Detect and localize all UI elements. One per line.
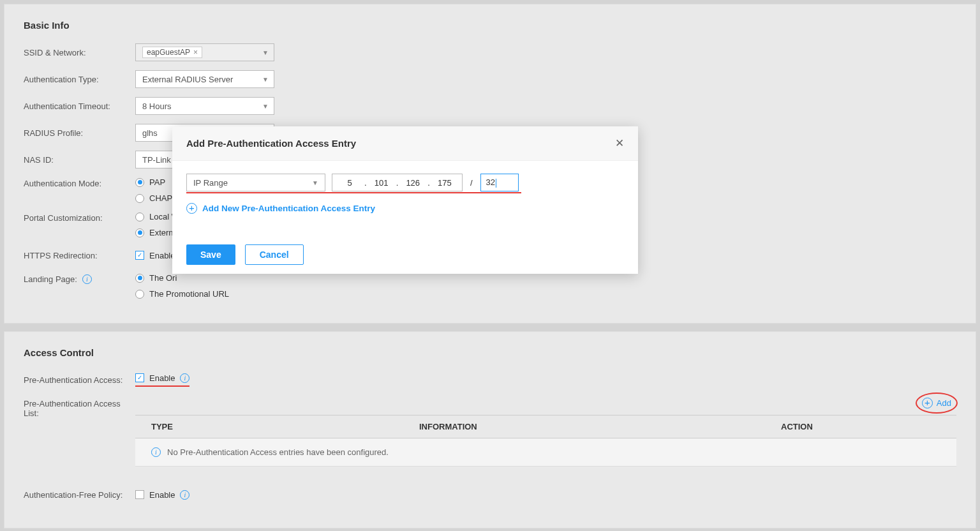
table-header: TYPE INFORMATION ACTION — [135, 415, 956, 438]
radius-label: RADIUS Profile: — [24, 128, 135, 138]
timeout-label: Authentication Timeout: — [24, 101, 135, 111]
radio-icon — [135, 274, 144, 283]
plus-icon: + — [186, 203, 197, 214]
checkbox-icon: ✓ — [135, 373, 144, 382]
add-button[interactable]: + Add — [922, 398, 951, 408]
col-type: TYPE — [151, 422, 419, 431]
authmode-chap-radio[interactable]: CHAP — [135, 193, 172, 203]
preauth-list-label: Pre-Authentication Access List: — [24, 398, 135, 418]
mask-input[interactable]: 32 — [480, 174, 519, 191]
ssid-label: SSID & Network: — [24, 48, 135, 57]
table-empty-row: i No Pre-Authentication Access entries h… — [135, 438, 956, 467]
info-icon[interactable]: i — [82, 274, 92, 284]
authfree-label: Authentication-Free Policy: — [24, 490, 135, 500]
col-action: ACTION — [781, 422, 940, 431]
landing-label: Landing Page: i — [24, 273, 135, 284]
checkbox-icon: ✓ — [135, 490, 144, 499]
timeout-select[interactable]: 8 Hours ▼ — [135, 97, 274, 115]
authfree-enable-checkbox[interactable]: ✓ Enable — [135, 490, 175, 500]
landing-promo-radio[interactable]: The Promotional URL — [135, 289, 229, 299]
radio-icon — [135, 213, 144, 221]
chevron-down-icon: ▼ — [312, 179, 318, 186]
basic-info-title: Basic Info — [24, 20, 956, 31]
entry-type-select[interactable]: IP Range ▼ — [186, 174, 325, 191]
authmode-pap-radio[interactable]: PAP — [135, 177, 172, 187]
authtype-select[interactable]: External RADIUS Server ▼ — [135, 70, 274, 88]
authtype-label: Authentication Type: — [24, 75, 135, 84]
modal-title: Add Pre-Authentication Access Entry — [186, 138, 356, 149]
checkbox-icon: ✓ — [135, 251, 144, 260]
ip-input[interactable]: . . . — [332, 174, 463, 191]
save-button[interactable]: Save — [186, 244, 235, 265]
ip-octet-2[interactable] — [368, 178, 395, 188]
authmode-label: Authentication Mode: — [24, 177, 135, 188]
preauth-enable-checkbox[interactable]: ✓ Enable — [135, 373, 175, 383]
landing-original-radio[interactable]: The Ori — [135, 273, 229, 283]
close-icon[interactable]: × — [193, 48, 198, 57]
radio-icon — [135, 194, 144, 203]
col-info: INFORMATION — [419, 422, 781, 431]
radio-icon — [135, 178, 144, 187]
ip-octet-1[interactable] — [336, 178, 363, 188]
ssid-select[interactable]: eapGuestAP× ▼ — [135, 43, 274, 61]
chevron-down-icon: ▼ — [262, 76, 269, 83]
info-icon[interactable]: i — [180, 373, 189, 383]
add-preauth-modal: Add Pre-Authentication Access Entry ✕ IP… — [172, 126, 638, 274]
https-label: HTTPS Redirection: — [24, 251, 135, 260]
ip-octet-4[interactable] — [431, 178, 458, 188]
chevron-down-icon: ▼ — [262, 103, 269, 110]
radio-icon — [135, 290, 144, 299]
https-enable-checkbox[interactable]: ✓Enable — [135, 251, 175, 260]
info-icon: i — [151, 447, 161, 457]
access-control-title: Access Control — [24, 347, 956, 358]
portal-label: Portal Customization: — [24, 212, 135, 223]
nasid-label: NAS ID: — [24, 155, 135, 165]
add-new-entry-link[interactable]: + Add New Pre-Authentication Access Entr… — [186, 203, 624, 214]
radio-icon — [135, 228, 144, 237]
cancel-button[interactable]: Cancel — [245, 244, 304, 265]
chevron-down-icon: ▼ — [262, 49, 269, 56]
ip-octet-3[interactable] — [399, 178, 426, 188]
preauth-label: Pre-Authentication Access: — [24, 375, 135, 385]
plus-icon: + — [922, 398, 933, 408]
access-control-panel: Access Control Pre-Authentication Access… — [4, 331, 976, 528]
info-icon[interactable]: i — [180, 490, 189, 500]
close-icon[interactable]: ✕ — [615, 137, 624, 150]
